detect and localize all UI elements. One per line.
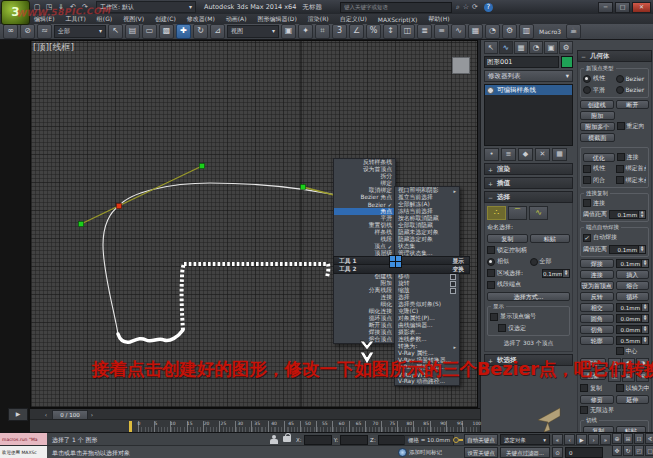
menu-item[interactable]: 冻结当前选择	[395, 208, 459, 215]
percent-snap-icon[interactable]: %	[366, 24, 381, 39]
bezier-vertex-radio[interactable]: Bezier	[616, 74, 647, 83]
render-setup-icon[interactable]: ⚙	[502, 24, 517, 39]
mirror-icon[interactable]: ◫	[400, 24, 415, 39]
selected-only-checkbox[interactable]: 仅选定	[498, 324, 567, 333]
auto-key-button[interactable]: 自动关键点	[464, 434, 498, 445]
key-mode-toggle[interactable]: ⊙	[552, 447, 563, 458]
auto-weld-threshold-spinner[interactable]: 0.1mm▲▼	[609, 245, 646, 254]
menu-help[interactable]: 帮助(H)	[428, 15, 449, 24]
zoom-extents-icon[interactable]: ⊡	[634, 433, 644, 444]
cross-insert-spinner[interactable]: 0.1mm▲▼	[616, 303, 650, 312]
rollout-geometry[interactable]: −几何体	[577, 50, 652, 62]
menu-item[interactable]: 取消绑定	[334, 187, 395, 194]
menu-customize[interactable]: 自定义(U)	[340, 15, 367, 24]
menu-item[interactable]: 绑定	[334, 180, 395, 187]
selected-vertex[interactable]	[117, 204, 122, 209]
menu-item[interactable]: 隐藏选定对象	[395, 236, 459, 243]
menu-item[interactable]: 按名称取消隐藏	[395, 215, 459, 222]
settings-box-icon[interactable]	[450, 288, 456, 294]
isolate-selection-icon[interactable]	[270, 435, 278, 444]
time-slider-left-arrow[interactable]: ‹	[42, 410, 50, 419]
menu-create[interactable]: 创建(C)	[155, 15, 176, 24]
smooth-vertex-radio[interactable]: 平滑	[583, 86, 614, 95]
spline-subobject-icon[interactable]: ∿	[529, 206, 548, 220]
tab-create[interactable]: ↖	[484, 41, 498, 54]
menu-item-rotate[interactable]: 旋转	[395, 280, 459, 287]
menu-rendering[interactable]: 渲染(R)	[308, 15, 329, 24]
linear-checkbox[interactable]: 线性	[583, 164, 614, 173]
menu-item[interactable]: 拆分	[334, 173, 395, 180]
tab-hierarchy[interactable]: ▦	[514, 41, 528, 54]
bind-to-spacewarp-icon[interactable]: ≈	[37, 24, 52, 39]
minimize-button[interactable]: ─	[598, 2, 613, 13]
menu-item[interactable]: 隐藏未选定对象	[395, 229, 459, 236]
reverse-button[interactable]: 反转	[580, 292, 614, 301]
selection-lock-icon[interactable]	[283, 436, 291, 442]
select-and-scale-icon[interactable]: ⊿	[210, 24, 225, 39]
spinner-snap-icon[interactable]: ↕	[383, 24, 398, 39]
menu-item[interactable]: V-Ray 属性...	[395, 350, 459, 357]
snaps-toggle-icon[interactable]: 3	[332, 24, 347, 39]
selected-objects-dropdown[interactable]: 选定对象▾	[500, 434, 550, 445]
object-name-field[interactable]: 图形001	[484, 56, 559, 68]
mirror-copy-checkbox[interactable]: 复制	[580, 384, 614, 393]
select-and-move-icon[interactable]: ✚	[176, 24, 191, 39]
object-color-swatch[interactable]	[561, 56, 573, 68]
help-button[interactable]: ?	[484, 3, 493, 12]
curve-editor-icon[interactable]: ∿	[451, 24, 466, 39]
bezier-corner-vertex-radio[interactable]: Bezier 角点	[616, 86, 647, 95]
x-coordinate-field[interactable]	[304, 435, 332, 445]
play-button[interactable]: ▶	[576, 434, 587, 445]
bezier-handle-point[interactable]	[301, 185, 306, 190]
spline-thick-segment[interactable]	[118, 330, 183, 342]
segment-subobject-icon[interactable]: ⌒	[508, 206, 527, 220]
menu-item[interactable]: 平滑	[334, 215, 395, 222]
refine-button[interactable]: 优化	[583, 153, 615, 162]
connect-copy-checkbox[interactable]: 连接	[583, 199, 646, 208]
close-button[interactable]: ✕	[632, 2, 651, 13]
rendered-frame-window-icon[interactable]: ▥	[519, 24, 534, 39]
selection-filter-dropdown[interactable]: 全部▾	[54, 25, 106, 38]
trim-button[interactable]: 修剪	[580, 395, 614, 404]
menu-item[interactable]: 连线参数...	[395, 336, 459, 343]
rollout-interpolation[interactable]: +插值	[484, 177, 573, 189]
fillet-button[interactable]: 圆角	[580, 314, 614, 323]
menu-group[interactable]: 组(G)	[97, 15, 112, 24]
menu-item[interactable]: 连接	[334, 294, 395, 301]
keyboard-override-icon[interactable]: ⌗	[315, 24, 330, 39]
alike-radio[interactable]: 相似	[487, 257, 528, 266]
stack-item-editable-spline[interactable]: 可编辑样条线	[485, 85, 572, 95]
weld-spinner[interactable]: 0.1mm▲▼	[616, 259, 650, 268]
bezier-handle-point[interactable]	[200, 164, 205, 169]
area-selection-spinner[interactable]: 0.1mm▲▼	[542, 269, 570, 278]
connect-button[interactable]: 连接	[580, 270, 614, 279]
auto-weld-checkbox[interactable]: 自动焊接	[583, 233, 646, 242]
window-crossing-icon[interactable]: ▩	[159, 24, 174, 39]
menu-item[interactable]: 全部取消隐藏	[395, 222, 459, 229]
maximize-viewport-icon[interactable]: ◰	[634, 445, 644, 456]
select-object-icon[interactable]: ↖	[108, 24, 123, 39]
tab-modify[interactable]: ∿	[499, 41, 513, 54]
angle-snap-icon[interactable]: ∠	[349, 24, 364, 39]
menu-item-vertex[interactable]: 顶点✓	[334, 243, 395, 250]
menu-animation[interactable]: 动画(A)	[226, 15, 247, 24]
menu-item-move[interactable]: 移动	[395, 273, 459, 280]
bind-last-checkbox[interactable]: 绑定末点	[616, 176, 647, 185]
viewport-label[interactable]: [顶][线框]	[33, 41, 74, 54]
reorient-checkbox[interactable]: 重定向	[617, 122, 650, 131]
layer-manager-icon[interactable]: ≡	[434, 24, 449, 39]
menu-item[interactable]: 样条线	[334, 229, 395, 236]
modifier-list-dropdown[interactable]: 修改器列表▾	[484, 70, 573, 82]
star-icon[interactable]: ☆	[463, 3, 469, 11]
use-pivot-center-icon[interactable]: ▣	[281, 24, 296, 39]
material-editor-icon[interactable]: ◔	[485, 24, 500, 39]
reference-coordinate-dropdown[interactable]: 视图▾	[227, 25, 279, 38]
menu-item[interactable]: 曲线编辑器...	[395, 322, 459, 329]
menu-item-scale[interactable]: 缩放	[395, 287, 459, 294]
attach-button[interactable]: 附加	[580, 111, 615, 120]
bezier-handle-point[interactable]	[79, 222, 84, 227]
outline-button[interactable]: 轮廓	[580, 336, 614, 345]
pin-stack-icon[interactable]: •	[484, 148, 499, 161]
menu-item[interactable]: 重置切线	[334, 222, 395, 229]
menu-maxscript[interactable]: MAXScript(X)	[378, 16, 418, 23]
